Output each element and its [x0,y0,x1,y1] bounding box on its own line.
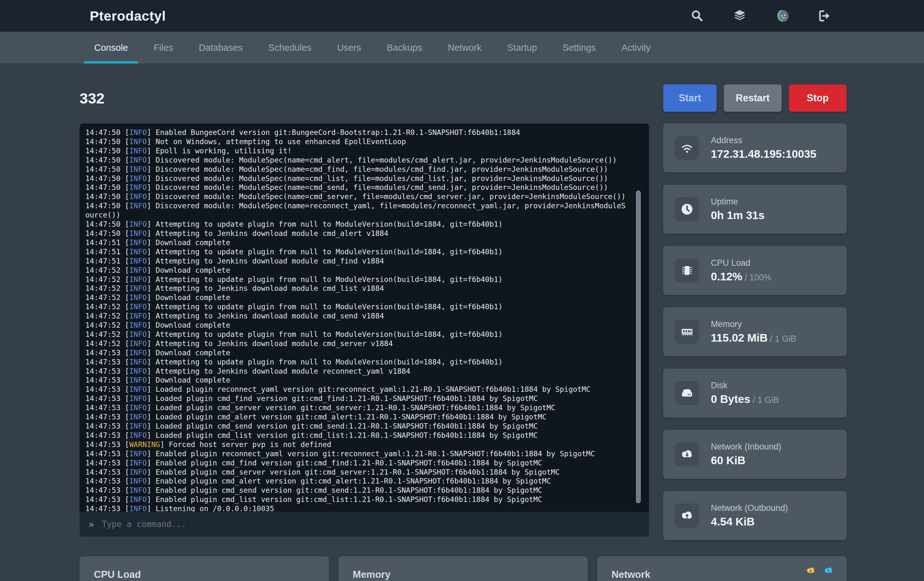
log-level: INFO [129,248,147,256]
sign-out-icon[interactable] [817,8,832,23]
log-level: INFO [129,358,147,366]
search-icon[interactable] [690,8,705,23]
command-prompt-icon: » [89,519,94,530]
stat-label: Memory [711,319,796,329]
log-message: ] Attempting to update plugin from null … [147,330,503,338]
log-level: INFO [129,367,147,375]
log-message: ] Download complete [147,293,230,301]
log-level: INFO [129,422,147,430]
log-level: INFO [129,468,147,476]
microchip-icon [675,258,699,283]
log-timestamp: 14:47:53 [ [85,477,129,485]
log-timestamp: 14:47:50 [ [85,128,129,137]
console-line: 14:47:53 [INFO] Enabled plugin cmd_serve… [85,468,636,477]
log-level: INFO [129,183,147,192]
cloud-download-icon [675,442,699,467]
tab-activity[interactable]: Activity [611,32,661,63]
log-message: ] Attempting to update plugin from null … [147,220,503,228]
log-message: ] Download complete [147,238,230,247]
graph-title: CPU Load [94,569,329,580]
tab-console[interactable]: Console [84,32,138,63]
power-controls: Start Restart Stop [663,84,846,112]
console-log[interactable]: 14:47:50 [INFO] Enabled BungeeCord versi… [79,124,649,512]
log-level: INFO [129,257,147,265]
log-timestamp: 14:47:53 [ [85,459,129,467]
log-timestamp: 14:47:53 [ [85,468,129,476]
log-message: ] Attempting to update plugin from null … [147,358,503,366]
log-message: ] Listening on /0.0.0.0:10035 [147,505,274,512]
log-level: INFO [129,174,147,182]
tab-files[interactable]: Files [143,32,183,63]
console-line: 14:47:53 [INFO] Loaded plugin cmd_alert … [85,412,636,422]
wifi-icon [675,136,699,160]
console-line: 14:47:53 [INFO] Enabled plugin reconnect… [85,449,636,459]
app-logo[interactable]: Pterodactyl [90,8,166,24]
log-level: INFO [129,404,147,412]
header-bar: Pterodactyl [0,0,924,32]
log-message: ] Forced host server pvp is not defined [160,440,331,449]
log-timestamp: 14:47:53 [ [85,413,129,421]
log-timestamp: 14:47:52 [ [85,312,129,320]
layers-icon[interactable] [733,8,747,23]
stop-button[interactable]: Stop [789,84,846,112]
log-message: ] Epoll is working, utilising it! [147,147,292,155]
console-line: 14:47:53 [INFO] Loaded plugin cmd_server… [85,403,636,412]
tab-settings[interactable]: Settings [552,32,607,63]
log-message: ] Discovered module: ModuleSpec(name=rec… [147,202,625,210]
graph-title: Memory [353,569,588,580]
log-level: INFO [129,321,147,329]
log-message: ] Attempting to Jenkins download module … [147,257,384,265]
console-line: 14:47:50 [INFO] Enabled BungeeCord versi… [85,128,636,137]
log-timestamp: 14:47:53 [ [85,431,129,439]
log-message: ] Enabled BungeeCord version git:BungeeC… [147,128,520,137]
log-message: ] Discovered module: ModuleSpec(name=cmd… [147,183,608,192]
tab-startup[interactable]: Startup [497,32,548,63]
log-message: ] Loaded plugin cmd_list version git:cmd… [147,431,538,439]
command-row: » [79,512,649,536]
log-message: ] Enabled plugin cmd_alert version git:c… [147,477,551,485]
log-message: ] Loaded plugin cmd_alert version git:cm… [147,413,546,421]
log-timestamp: 14:47:53 [ [85,358,129,366]
console-line: 14:47:52 [INFO] Attempting to Jenkins do… [85,339,636,348]
log-timestamp: 14:47:53 [ [85,376,129,384]
log-level: INFO [129,312,147,320]
log-message: ] Attempting to update plugin from null … [147,248,503,256]
console-scrollbar-thumb[interactable] [636,190,641,503]
log-level: INFO [129,477,147,485]
tab-users[interactable]: Users [327,32,372,63]
pterodactyl-app: Pterodactyl [0,0,924,581]
console-line: 14:47:53 [INFO] Download complete [85,348,636,358]
tab-label: Users [337,43,361,53]
log-message: ] Discovered module: ModuleSpec(name=cmd… [147,192,625,201]
log-timestamp: 14:47:50 [ [85,137,129,146]
log-level: WARNING [129,440,160,449]
hard-drive-icon [675,381,699,405]
tab-network[interactable]: Network [437,32,492,63]
console-line: 14:47:53 [INFO] Loaded plugin reconnect_… [85,385,636,394]
log-level: INFO [129,330,147,338]
log-timestamp: 14:47:53 [ [85,422,129,430]
console-line: 14:47:50 [INFO] Discovered module: Modul… [85,156,636,165]
log-timestamp: 14:47:52 [ [85,339,129,348]
stat-label: CPU Load [711,258,771,268]
tab-backups[interactable]: Backups [376,32,432,63]
log-timestamp: 14:47:53 [ [85,440,129,449]
tab-databases[interactable]: Databases [188,32,253,63]
log-message: ] Loaded plugin cmd_server version git:c… [147,404,555,412]
console-line: 14:47:53 [INFO] Enabled plugin cmd_send … [85,486,636,495]
command-input[interactable] [102,520,640,529]
log-message: ] Attempting to Jenkins download module … [147,229,389,237]
restart-button[interactable]: Restart [724,84,782,112]
tab-label: Network [448,43,482,53]
log-timestamp: 14:47:53 [ [85,367,129,375]
user-avatar[interactable] [775,8,790,23]
console-and-stats: 14:47:50 [INFO] Enabled BungeeCord versi… [79,124,846,540]
start-button[interactable]: Start [663,84,716,112]
console-line: 14:47:52 [INFO] Attempting to update plu… [85,330,636,339]
stat-card-memory: Memory 115.02 MiB / 1 GiB [663,307,846,356]
tab-schedules[interactable]: Schedules [258,32,322,63]
log-message: ] Discovered module: ModuleSpec(name=cmd… [147,156,617,164]
log-level: INFO [129,156,147,164]
log-level: INFO [129,220,147,228]
stats-sidebar: Address 172.31.48.195:10035 Uptime 0h 1m… [663,124,846,540]
